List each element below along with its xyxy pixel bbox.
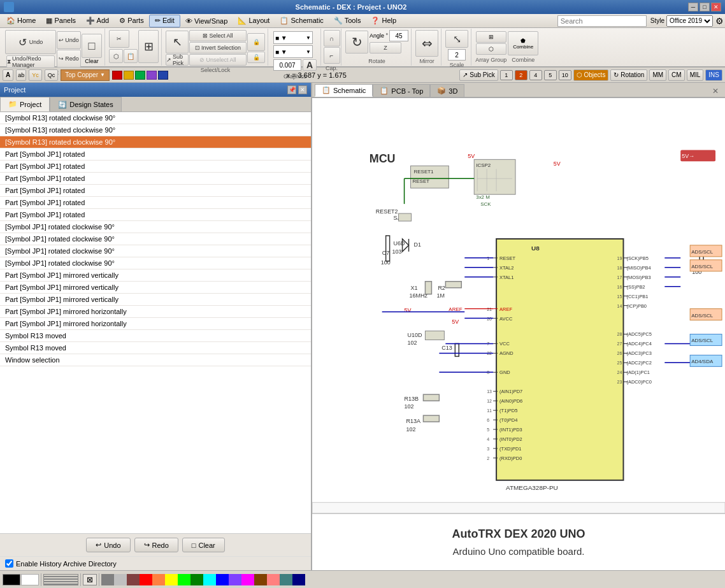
combine-button[interactable]: ⬟ Combine <box>508 31 538 55</box>
sub-pick-label[interactable]: ↗ Sub Pick <box>459 69 498 81</box>
palette-cyan[interactable] <box>203 574 216 585</box>
layer-qc-btn[interactable]: Qc <box>45 69 59 81</box>
rotate-button[interactable]: ↻ <box>345 31 368 54</box>
fill-color-dropdown[interactable]: ■ ▼ <box>273 45 313 58</box>
size-input[interactable] <box>273 59 301 71</box>
invert-selection-button[interactable]: ⊡ Invert Selection <box>189 42 247 54</box>
cut-button[interactable]: ✂ <box>109 30 129 48</box>
menu-edit[interactable]: ✏ Edit <box>149 15 180 27</box>
layer-yc-btn[interactable]: Yc <box>29 69 42 81</box>
palette-yellow[interactable] <box>165 574 178 585</box>
array-button[interactable]: ⊞ <box>476 31 506 43</box>
history-item[interactable]: Part [Symbol JP1] rotated <box>0 161 311 173</box>
settings-icon[interactable]: ⚙ <box>715 16 724 26</box>
mirror-button[interactable]: ⇔ <box>415 30 438 57</box>
mil-btn[interactable]: MIL <box>687 69 704 81</box>
history-item[interactable]: Part [Symbol JP1] rotated <box>0 197 311 209</box>
recover-button[interactable]: ↺ Undo <box>5 30 56 54</box>
scale-button[interactable]: ⤡ <box>445 30 468 48</box>
history-item[interactable]: Part [Symbol JP1] rotated <box>0 173 311 185</box>
palette-red[interactable] <box>140 574 152 585</box>
paste-button[interactable]: 📋 <box>124 49 138 63</box>
palette-teal[interactable] <box>280 574 292 585</box>
layer-b-btn[interactable]: ab <box>16 69 26 81</box>
palette-magenta[interactable] <box>241 574 254 585</box>
menu-home[interactable]: 🏠 Home <box>1 15 41 27</box>
pattern-1[interactable] <box>43 574 78 585</box>
redo-history-button[interactable]: ↪ Redo <box>134 538 178 552</box>
tab-schematic[interactable]: 📋 Schematic <box>315 84 373 97</box>
history-item[interactable]: [Symbol JP1] rotated clockwise 90° <box>0 233 311 245</box>
color-white[interactable] <box>21 574 39 585</box>
menu-panels[interactable]: ▦ Panels <box>41 15 81 27</box>
select-all-button[interactable]: ⊠ Select All <box>189 30 247 41</box>
rotation-btn[interactable]: ↻ Rotation <box>610 69 647 81</box>
clear-history-button[interactable]: □ Clear <box>182 538 225 552</box>
history-item[interactable]: Symbol R13 moved <box>0 342 311 354</box>
menu-viewsnap[interactable]: 👁 View/Snap <box>180 15 233 27</box>
palette-brown[interactable] <box>254 574 267 585</box>
sub-pick-button[interactable]: ↗ Sub Pick <box>166 54 189 66</box>
history-item[interactable]: Part [Symbol JP1] rotated <box>0 148 311 161</box>
history-item[interactable]: [Symbol JP1] rotated clockwise 90° <box>0 257 311 269</box>
palette-lime[interactable] <box>178 574 190 585</box>
group-button[interactable]: ⬡ <box>476 43 506 55</box>
history-item[interactable]: Part [Symbol JP1] mirrored vertically <box>0 282 311 294</box>
snap-button[interactable]: ⊞ <box>138 30 159 63</box>
history-item[interactable]: Part [Symbol JP1] mirrored horizontally <box>0 318 311 330</box>
num4-btn[interactable]: 4 <box>529 70 542 80</box>
undo-history-button[interactable]: ↩ Undo <box>86 538 130 552</box>
minimize-button[interactable]: ─ <box>688 3 698 11</box>
lock1-button[interactable]: 🔒 <box>247 33 265 51</box>
palette-gray[interactable] <box>101 574 114 585</box>
layer-a-btn[interactable]: A <box>3 69 13 81</box>
history-item[interactable]: Symbol R13 moved <box>0 330 311 342</box>
redo-button[interactable]: ↪ Redo <box>57 50 81 68</box>
search-input[interactable] <box>557 15 647 27</box>
menu-help[interactable]: ❓ Help <box>366 15 401 27</box>
tab-project[interactable]: 📁 Project <box>0 97 50 111</box>
cap-button[interactable]: ∩ <box>324 30 340 47</box>
palette-violet[interactable] <box>229 574 241 585</box>
angle-input[interactable] <box>389 30 408 41</box>
scale-input[interactable] <box>448 49 466 61</box>
color-black[interactable] <box>3 574 20 585</box>
num2-btn[interactable]: 2 <box>515 70 528 80</box>
history-item[interactable]: [Symbol R13] rotated clockwise 90° <box>0 112 311 124</box>
unselect-all-button[interactable]: ⊘ Unselect All <box>189 54 247 66</box>
tab-pcb-top[interactable]: 📋 PCB - Top <box>373 84 430 97</box>
line-color-dropdown[interactable]: ■ ▼ <box>273 31 313 44</box>
history-item[interactable]: Part [Symbol JP1] mirrored vertically <box>0 294 311 306</box>
history-item[interactable]: Part [Symbol JP1] mirrored vertically <box>0 269 311 282</box>
palette-navy[interactable] <box>292 574 305 585</box>
history-item[interactable]: Part [Symbol JP1] rotated <box>0 209 311 221</box>
num5-btn[interactable]: 5 <box>544 70 557 80</box>
history-item[interactable]: [Symbol JP1] rotated clockwise 90° <box>0 221 311 233</box>
copper-layer-badge[interactable]: Top Copper ▼ <box>61 69 110 81</box>
cursor-button[interactable]: ↖ <box>166 31 189 54</box>
menu-schematic[interactable]: 📋 Schematic <box>275 15 328 27</box>
palette-silver[interactable] <box>114 574 127 585</box>
style-dropdown[interactable]: Office 2019 <box>666 15 713 27</box>
panel-close-btn[interactable]: ✕ <box>298 85 307 94</box>
sym-icon[interactable]: ⊠ <box>83 574 97 585</box>
history-item[interactable]: Part [Symbol JP1] rotated <box>0 185 311 197</box>
menu-tools[interactable]: 🔧 Tools <box>329 15 366 27</box>
history-item-selected[interactable]: [Symbol R13] rotated clockwise 90° <box>0 136 311 148</box>
mm-btn[interactable]: MM <box>649 69 666 81</box>
lock2-button[interactable]: 🔓 <box>247 52 265 63</box>
tab-design-states[interactable]: 🔄 Design States <box>50 97 121 111</box>
cap2-button[interactable]: ⌐ <box>324 47 340 64</box>
history-item[interactable]: Part [Symbol JP1] mirrored horizontally <box>0 306 311 318</box>
history-item[interactable]: [Symbol R13] rotated clockwise 90° <box>0 124 311 136</box>
archive-checkbox[interactable] <box>5 559 13 568</box>
close-button[interactable]: ✕ <box>711 3 721 11</box>
menu-add[interactable]: ➕ Add <box>81 15 114 27</box>
schematic-close-btn[interactable]: ✕ <box>708 85 722 97</box>
num1-btn[interactable]: 1 <box>500 70 513 80</box>
palette-pink[interactable] <box>267 574 280 585</box>
copy-button[interactable]: ⬡ <box>109 49 123 63</box>
menu-parts[interactable]: ⚙ Parts <box>114 15 149 27</box>
palette-darkred[interactable] <box>127 574 140 585</box>
objects-btn[interactable]: ⬡ Objects <box>573 69 609 81</box>
